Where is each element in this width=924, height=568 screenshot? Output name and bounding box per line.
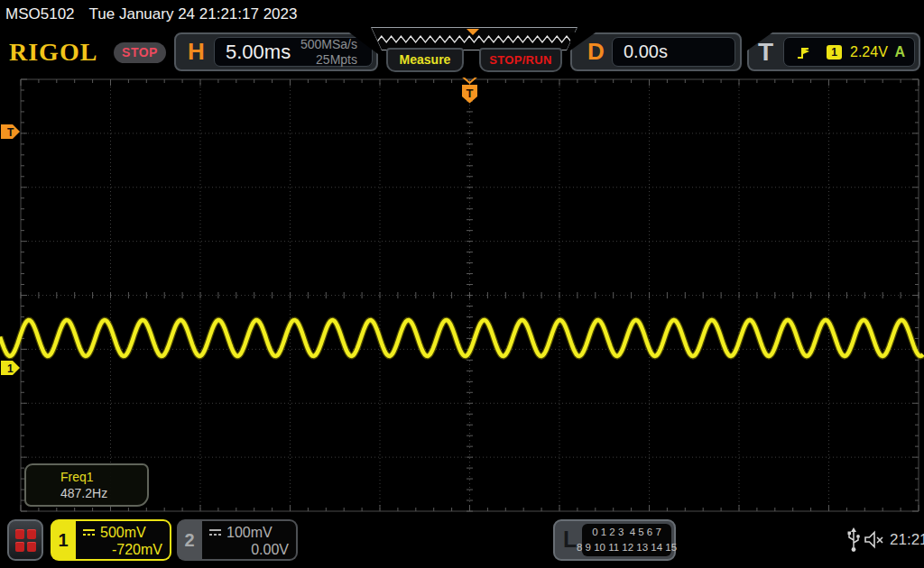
rigol-logo: RIGOL [9, 38, 97, 67]
delay-label: D [587, 34, 605, 69]
horizontal-inset: 5.00ms 500MSa/s 25Mpts [214, 37, 373, 67]
memory-depth: 25Mpts [316, 52, 357, 67]
channel1-position-marker[interactable]: 1 [1, 361, 20, 375]
acquisition-status-badge: STOP [114, 42, 166, 63]
samplerate-memdepth: 500MSa/s 25Mpts [300, 37, 357, 68]
horizontal-label: H [188, 34, 205, 69]
measurement-result-box[interactable]: Freq1 487.2Hz [24, 463, 149, 507]
delay-panel[interactable]: D 0.00s [570, 32, 742, 71]
ch1-waveform [0, 320, 923, 356]
measure-button[interactable]: Measure [386, 48, 464, 72]
trigger-inset: 1 2.24V A [783, 37, 915, 67]
titlebar: MSO5102Tue January 24 21:21:17 2023 [5, 4, 297, 25]
sample-rate: 500MSa/s [300, 37, 357, 51]
trigger-panel[interactable]: T 1 2.24V A [747, 32, 920, 71]
header-bar: MSO5102Tue January 24 21:21:17 2023 RIGO… [0, 0, 924, 78]
measurement-name: Freq1 [60, 470, 147, 484]
svg-text:T: T [7, 126, 14, 139]
timebase-value: 5.00ms [226, 41, 291, 64]
delay-inset: 0.00s [612, 37, 735, 67]
stop-run-button[interactable]: STOP/RUN [479, 48, 562, 72]
datetime-label: Tue January 24 21:21:17 2023 [89, 5, 298, 23]
trigger-level-value: 2.24V [850, 44, 888, 60]
svg-text:1: 1 [7, 362, 14, 375]
model-label: MSO5102 [5, 5, 75, 23]
overview-trigger-marker-icon [467, 29, 479, 35]
svg-text:T: T [467, 87, 474, 100]
trigger-mode: A [894, 44, 905, 60]
delay-value: 0.00s [624, 41, 668, 62]
trigger-level-marker[interactable]: T [1, 124, 20, 139]
trigger-source-badge: 1 [827, 45, 842, 60]
oscilloscope-screen: TT1 MSO5102Tue January 24 21:21:17 2023 … [0, 0, 924, 568]
horizontal-panel[interactable]: H 5.00ms 500MSa/s 25Mpts [174, 32, 378, 71]
rising-edge-trigger-icon [796, 44, 812, 60]
measurement-value: 487.2Hz [60, 486, 147, 500]
waveform-overview-inner [372, 28, 577, 50]
